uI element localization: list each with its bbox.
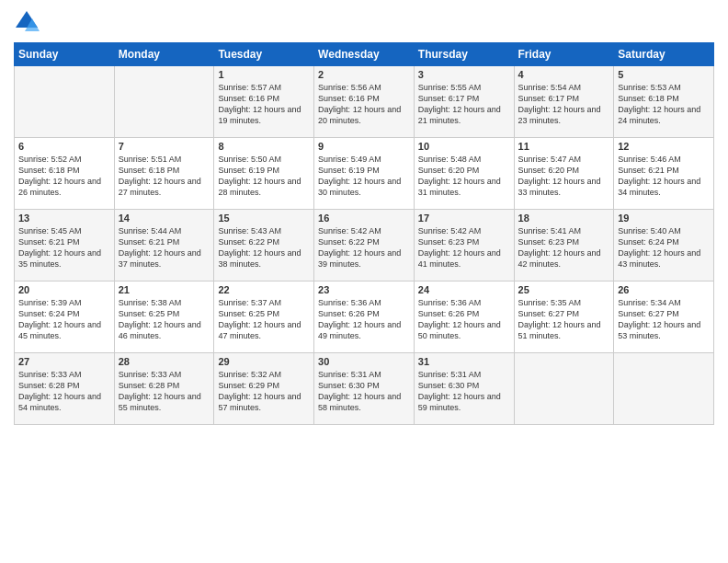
day-number: 19 [618,213,710,224]
day-number: 16 [318,213,410,224]
page: SundayMondayTuesdayWednesdayThursdayFrid… [0,0,728,563]
calendar-cell: 5Sunrise: 5:53 AM Sunset: 6:18 PM Daylig… [614,66,714,138]
day-number: 15 [218,213,310,224]
day-number: 29 [218,356,310,367]
day-number: 9 [318,141,410,152]
cell-info: Sunrise: 5:55 AM Sunset: 6:17 PM Dayligh… [418,82,510,127]
week-row-2: 6Sunrise: 5:52 AM Sunset: 6:18 PM Daylig… [15,138,714,210]
week-row-1: 1Sunrise: 5:57 AM Sunset: 6:16 PM Daylig… [15,66,714,138]
cell-info: Sunrise: 5:38 AM Sunset: 6:25 PM Dayligh… [119,297,210,342]
day-header-monday: Monday [114,43,214,66]
day-number: 27 [18,356,110,367]
day-number: 25 [518,284,610,295]
day-number: 10 [418,141,510,152]
calendar-cell: 7Sunrise: 5:51 AM Sunset: 6:18 PM Daylig… [114,138,214,210]
calendar-cell: 4Sunrise: 5:54 AM Sunset: 6:17 PM Daylig… [514,66,614,138]
week-row-4: 20Sunrise: 5:39 AM Sunset: 6:24 PM Dayli… [15,282,714,353]
cell-info: Sunrise: 5:50 AM Sunset: 6:19 PM Dayligh… [218,154,310,199]
calendar-cell: 19Sunrise: 5:40 AM Sunset: 6:24 PM Dayli… [614,210,714,282]
cell-info: Sunrise: 5:46 AM Sunset: 6:21 PM Dayligh… [618,154,710,199]
week-row-3: 13Sunrise: 5:45 AM Sunset: 6:21 PM Dayli… [15,210,714,282]
cell-info: Sunrise: 5:42 AM Sunset: 6:23 PM Dayligh… [418,225,510,270]
calendar-cell: 8Sunrise: 5:50 AM Sunset: 6:19 PM Daylig… [214,138,314,210]
day-header-saturday: Saturday [614,43,714,66]
calendar-cell: 12Sunrise: 5:46 AM Sunset: 6:21 PM Dayli… [614,138,714,210]
cell-info: Sunrise: 5:56 AM Sunset: 6:16 PM Dayligh… [318,82,410,127]
calendar-cell: 16Sunrise: 5:42 AM Sunset: 6:22 PM Dayli… [314,210,415,282]
cell-info: Sunrise: 5:48 AM Sunset: 6:20 PM Dayligh… [418,154,510,199]
calendar-cell: 30Sunrise: 5:31 AM Sunset: 6:30 PM Dayli… [314,353,415,425]
calendar-cell: 2Sunrise: 5:56 AM Sunset: 6:16 PM Daylig… [314,66,415,138]
cell-info: Sunrise: 5:42 AM Sunset: 6:22 PM Dayligh… [318,225,410,270]
cell-info: Sunrise: 5:34 AM Sunset: 6:27 PM Dayligh… [618,297,710,342]
calendar-cell: 13Sunrise: 5:45 AM Sunset: 6:21 PM Dayli… [15,210,115,282]
day-number: 8 [218,141,310,152]
calendar-cell: 11Sunrise: 5:47 AM Sunset: 6:20 PM Dayli… [514,138,614,210]
calendar-table: SundayMondayTuesdayWednesdayThursdayFrid… [14,42,714,425]
day-number: 18 [518,213,610,224]
calendar-cell: 15Sunrise: 5:43 AM Sunset: 6:22 PM Dayli… [214,210,314,282]
day-number: 21 [119,284,210,295]
day-number: 12 [618,141,710,152]
cell-info: Sunrise: 5:54 AM Sunset: 6:17 PM Dayligh… [518,82,610,127]
calendar-cell: 9Sunrise: 5:49 AM Sunset: 6:19 PM Daylig… [314,138,415,210]
calendar-cell: 29Sunrise: 5:32 AM Sunset: 6:29 PM Dayli… [214,353,314,425]
day-number: 7 [119,141,210,152]
cell-info: Sunrise: 5:33 AM Sunset: 6:28 PM Dayligh… [18,369,110,414]
cell-info: Sunrise: 5:53 AM Sunset: 6:18 PM Dayligh… [618,82,710,127]
cell-info: Sunrise: 5:31 AM Sunset: 6:30 PM Dayligh… [318,369,410,414]
day-number: 4 [518,69,610,80]
day-number: 14 [119,213,210,224]
cell-info: Sunrise: 5:33 AM Sunset: 6:28 PM Dayligh… [119,369,210,414]
day-header-thursday: Thursday [414,43,514,66]
cell-info: Sunrise: 5:36 AM Sunset: 6:26 PM Dayligh… [318,297,410,342]
week-row-5: 27Sunrise: 5:33 AM Sunset: 6:28 PM Dayli… [15,353,714,425]
calendar-cell: 25Sunrise: 5:35 AM Sunset: 6:27 PM Dayli… [514,282,614,353]
day-number: 30 [318,356,410,367]
calendar-cell: 31Sunrise: 5:31 AM Sunset: 6:30 PM Dayli… [414,353,514,425]
cell-info: Sunrise: 5:43 AM Sunset: 6:22 PM Dayligh… [218,225,310,270]
cell-info: Sunrise: 5:40 AM Sunset: 6:24 PM Dayligh… [618,225,710,270]
day-number: 28 [119,356,210,367]
calendar-cell: 24Sunrise: 5:36 AM Sunset: 6:26 PM Dayli… [414,282,514,353]
calendar-cell [514,353,614,425]
cell-info: Sunrise: 5:39 AM Sunset: 6:24 PM Dayligh… [18,297,110,342]
day-number: 6 [18,141,110,152]
cell-info: Sunrise: 5:49 AM Sunset: 6:19 PM Dayligh… [318,154,410,199]
day-header-wednesday: Wednesday [314,43,415,66]
cell-info: Sunrise: 5:32 AM Sunset: 6:29 PM Dayligh… [218,369,310,414]
header [14,9,714,35]
logo [14,9,43,35]
cell-info: Sunrise: 5:57 AM Sunset: 6:16 PM Dayligh… [218,82,310,127]
calendar-cell: 21Sunrise: 5:38 AM Sunset: 6:25 PM Dayli… [114,282,214,353]
calendar-cell: 22Sunrise: 5:37 AM Sunset: 6:25 PM Dayli… [214,282,314,353]
calendar-cell: 28Sunrise: 5:33 AM Sunset: 6:28 PM Dayli… [114,353,214,425]
day-number: 31 [418,356,510,367]
calendar-cell: 23Sunrise: 5:36 AM Sunset: 6:26 PM Dayli… [314,282,415,353]
calendar-cell: 6Sunrise: 5:52 AM Sunset: 6:18 PM Daylig… [15,138,115,210]
calendar-cell: 27Sunrise: 5:33 AM Sunset: 6:28 PM Dayli… [15,353,115,425]
cell-info: Sunrise: 5:37 AM Sunset: 6:25 PM Dayligh… [218,297,310,342]
cell-info: Sunrise: 5:31 AM Sunset: 6:30 PM Dayligh… [418,369,510,414]
day-header-tuesday: Tuesday [214,43,314,66]
cell-info: Sunrise: 5:36 AM Sunset: 6:26 PM Dayligh… [418,297,510,342]
calendar-cell: 20Sunrise: 5:39 AM Sunset: 6:24 PM Dayli… [15,282,115,353]
calendar-cell [15,66,115,138]
calendar-cell [114,66,214,138]
cell-info: Sunrise: 5:51 AM Sunset: 6:18 PM Dayligh… [119,154,210,199]
cell-info: Sunrise: 5:47 AM Sunset: 6:20 PM Dayligh… [518,154,610,199]
header-row: SundayMondayTuesdayWednesdayThursdayFrid… [15,43,714,66]
day-number: 1 [218,69,310,80]
day-number: 11 [518,141,610,152]
calendar-cell: 10Sunrise: 5:48 AM Sunset: 6:20 PM Dayli… [414,138,514,210]
calendar-cell: 26Sunrise: 5:34 AM Sunset: 6:27 PM Dayli… [614,282,714,353]
day-number: 20 [18,284,110,295]
calendar-cell: 18Sunrise: 5:41 AM Sunset: 6:23 PM Dayli… [514,210,614,282]
calendar-cell: 1Sunrise: 5:57 AM Sunset: 6:16 PM Daylig… [214,66,314,138]
day-number: 17 [418,213,510,224]
day-number: 2 [318,69,410,80]
cell-info: Sunrise: 5:45 AM Sunset: 6:21 PM Dayligh… [18,225,110,270]
day-number: 24 [418,284,510,295]
logo-icon [14,9,40,35]
day-header-sunday: Sunday [15,43,115,66]
